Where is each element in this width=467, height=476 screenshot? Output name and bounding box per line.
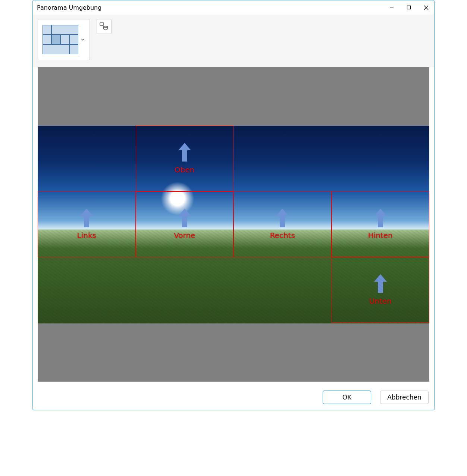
chevron-down-icon	[81, 37, 85, 42]
layout-picker-dropdown[interactable]	[38, 19, 90, 60]
panorama-image: Oben Links Vorne Rechts Hinten	[38, 126, 429, 323]
maximize-icon	[407, 5, 411, 10]
titlebar: Panorama Umgebung	[32, 0, 435, 15]
cancel-button-label: Abbrechen	[387, 394, 421, 401]
arrow-up-icon	[178, 209, 191, 227]
ok-button[interactable]: OK	[323, 391, 371, 404]
cubemap-cell-front[interactable]: Vorne	[136, 191, 234, 257]
arrow-up-icon	[374, 209, 387, 227]
arrow-up-icon	[178, 143, 191, 162]
cubemap-cell-bottom[interactable]: Unten	[332, 257, 430, 323]
svg-rect-13	[100, 23, 104, 25]
cubemap-cell-right[interactable]: Rechts	[234, 191, 332, 257]
minimize-button[interactable]	[383, 0, 400, 15]
panorama-dialog: Panorama Umgebung	[32, 0, 435, 410]
close-button[interactable]	[417, 0, 435, 15]
panorama-layout-icon	[43, 25, 78, 54]
cancel-button[interactable]: Abbrechen	[380, 391, 429, 404]
cubemap-label-left: Links	[77, 231, 96, 240]
cubemap-label-back: Hinten	[368, 231, 393, 240]
panorama-preview-area[interactable]: Oben Links Vorne Rechts Hinten	[38, 67, 429, 382]
shapes-tool-button[interactable]	[97, 19, 112, 34]
shapes-icon	[99, 22, 109, 31]
cubemap-cell-top[interactable]: Oben	[136, 126, 234, 191]
cubemap-cell-back[interactable]: Hinten	[332, 191, 430, 257]
arrow-up-icon	[80, 209, 93, 227]
window-title: Panorama Umgebung	[37, 4, 101, 11]
svg-rect-12	[52, 35, 60, 44]
maximize-button[interactable]	[400, 0, 417, 15]
svg-rect-1	[407, 6, 411, 9]
cubemap-label-right: Rechts	[270, 231, 295, 240]
ok-button-label: OK	[342, 394, 352, 401]
minimize-icon	[389, 5, 394, 10]
cubemap-label-top: Oben	[175, 165, 194, 174]
cubemap-label-bottom: Unten	[369, 297, 392, 306]
dialog-footer: OK Abbrechen	[32, 386, 435, 410]
svg-point-14	[103, 26, 108, 30]
arrow-up-icon	[276, 209, 289, 227]
cubemap-cell-left[interactable]: Links	[38, 191, 136, 257]
arrow-up-icon	[374, 274, 387, 293]
cubemap-label-front: Vorne	[174, 231, 195, 240]
toolbar	[32, 15, 435, 67]
close-icon	[424, 5, 429, 10]
